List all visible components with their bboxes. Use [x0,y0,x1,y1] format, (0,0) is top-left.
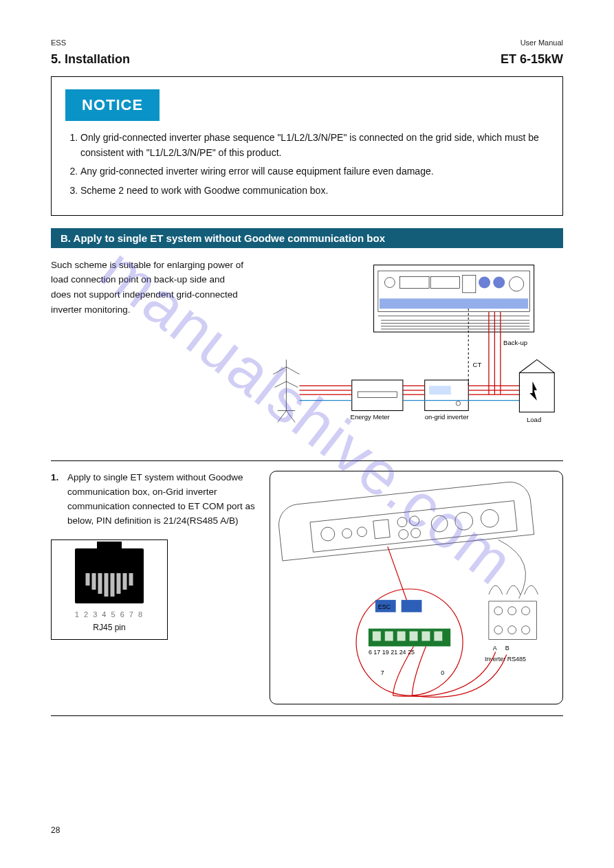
svg-point-49 [397,517,407,527]
notice-item-2: Any grid-connected inverter wiring error… [80,164,549,179]
svg-rect-68 [489,601,537,640]
svg-rect-20 [429,386,451,394]
svg-rect-67 [434,632,442,641]
svg-point-21 [456,401,460,405]
header-left: ESS [51,38,66,47]
svg-line-56 [388,547,410,608]
page-title: 5. Installation [51,52,130,67]
svg-point-71 [522,607,530,615]
svg-rect-48 [373,520,390,539]
label-b: B [505,645,509,652]
notice-box: NOTICE Only grid-connected inverter phas… [51,76,563,216]
step-1-number: 1. [51,471,62,528]
svg-line-28 [286,381,298,387]
svg-point-74 [522,626,530,634]
svg-point-70 [508,607,516,615]
header-row: ESS User Manual [51,38,563,47]
svg-rect-14 [380,298,528,309]
intro-row: Such scheme is suitable for enlarging po… [51,258,563,449]
label-ongrid: on-grid inverter [425,413,470,421]
step-1: 1. Apply to single ET system without Goo… [51,471,257,528]
title-row: 5. Installation ET 6-15kW [51,52,563,67]
svg-rect-66 [421,632,430,641]
svg-rect-9 [430,276,459,288]
svg-point-50 [409,515,419,526]
svg-point-53 [430,515,448,533]
system-diagram: Back-up on-grid inverter Energy Meter CT [257,258,563,449]
svg-rect-23 [358,392,397,397]
section-bar: B. Apply to single ET system without Goo… [51,228,563,248]
svg-point-46 [342,528,352,539]
model-range: ET 6-15kW [501,52,563,67]
label-0: 0 [441,669,444,676]
svg-rect-10 [463,275,476,292]
divider-1 [51,460,563,461]
svg-rect-60 [402,600,422,612]
svg-rect-22 [352,380,403,410]
svg-line-30 [278,410,287,422]
svg-rect-8 [400,276,429,288]
rj45-figure: 1 2 3 4 5 6 7 8 RJ45 pin [51,539,168,640]
svg-rect-43 [519,372,554,412]
label-7: 7 [381,669,384,676]
svg-rect-63 [385,632,393,641]
svg-rect-65 [410,632,418,641]
step-row-1: 1. Apply to single ET system without Goo… [51,471,563,704]
label-meter: Energy Meter [351,413,391,421]
notice-list: Only grid-connected inverter phase seque… [65,131,549,199]
svg-line-31 [286,410,295,422]
terminal-detail-figure: ESC 6 17 19 21 24 25 7 0 [270,471,563,704]
footer: 28 [51,825,563,835]
svg-rect-64 [397,632,406,641]
notice-item-3: Scheme 2 need to work with Goodwe commun… [80,183,549,199]
notice-item-1: Only grid-connected inverter phase seque… [80,131,549,160]
svg-point-73 [508,626,516,634]
svg-point-52 [410,528,421,538]
svg-point-13 [509,276,524,291]
svg-text:ESC: ESC [378,603,391,610]
page-number: 28 [51,825,60,835]
notice-badge: NOTICE [65,89,160,121]
rj45-caption: RJ45 pin [58,623,160,632]
step-1-text: Apply to single ET system without Goodwe… [67,471,257,528]
label-load: Load [527,416,541,423]
svg-rect-19 [425,380,469,410]
svg-point-47 [357,526,367,537]
svg-point-72 [494,626,503,634]
svg-point-69 [494,607,503,615]
label-ct: CT [473,361,482,368]
svg-line-25 [273,367,286,375]
svg-point-45 [320,526,336,542]
svg-line-27 [274,381,286,387]
rj45-pin-numbers: 1 2 3 4 5 6 7 8 [58,610,160,619]
label-backup: Back-up [503,339,527,346]
header-right: User Manual [520,38,563,47]
svg-point-51 [398,529,408,539]
svg-point-7 [384,277,395,287]
label-a: A [493,645,497,652]
rj45-icon [75,548,144,603]
intro-text: Such scheme is suitable for enlarging po… [51,258,243,317]
svg-rect-0 [374,265,534,331]
svg-point-12 [493,276,505,288]
svg-point-11 [479,276,490,288]
svg-point-54 [454,511,474,531]
svg-point-55 [480,509,499,528]
svg-rect-62 [373,632,381,641]
terminal-numbers: 6 17 19 21 24 25 [369,649,415,656]
svg-line-26 [286,367,299,375]
divider-2 [51,715,563,716]
